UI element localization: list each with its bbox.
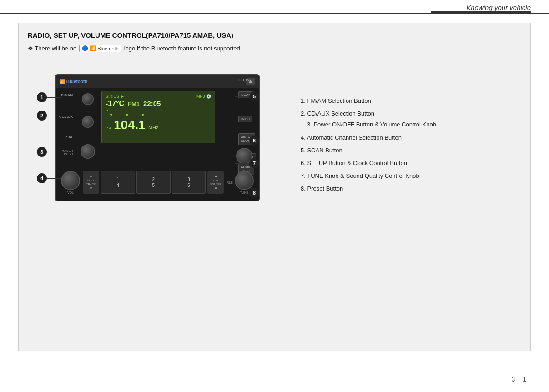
callout-8-line (235, 193, 249, 193)
volume-knob-bottom[interactable] (61, 171, 80, 190)
radio-bottom-row: VOL ▲ SEEK TRACK ▼ (58, 166, 257, 198)
page-numbers: 3 1 (511, 376, 526, 383)
callout-6: 6 (249, 136, 259, 146)
tune-knob-bottom[interactable] (235, 171, 254, 190)
vol-knob-area: VOL (61, 171, 80, 194)
vol-label: VOL (67, 191, 74, 194)
fm-am-knob[interactable] (82, 93, 94, 105)
seek-track-label: SEEK (87, 179, 95, 182)
rle-area: RLE (227, 181, 233, 184)
callout-4-line (47, 178, 61, 179)
tune-label: TUNE (240, 191, 248, 194)
power-row: POWERPUSH (59, 149, 73, 156)
fm-am-label: FM/AM (61, 93, 73, 97)
cd-in-label: CD-IN (238, 78, 250, 82)
callout-8-num: 8 (253, 190, 256, 196)
callout-6-num: 6 (253, 138, 256, 143)
callout-6-line (235, 141, 249, 141)
legend-item-4: 4. Automatic Channel Selection Button (301, 134, 521, 142)
legend-list: 1. FM/AM Selection Button 2. CD/AUX Sele… (292, 60, 521, 251)
callout-5-num: 5 (253, 94, 256, 99)
legend-item-1: 1. FM/AM Selection Button (301, 97, 521, 105)
page-divider (519, 376, 519, 383)
callout-4-num: 4 (40, 176, 43, 181)
cat-label: CAT (213, 179, 219, 182)
page-header: Knowing your vehicle (0, 0, 549, 14)
seek-track-button[interactable]: ▲ SEEK TRACK ▼ (83, 171, 99, 194)
screen-fm: FM1 (128, 101, 140, 107)
bluetooth-note: ❖ There will be no 🔵 📶 Bluetooth logo if… (28, 45, 521, 52)
vol-knob[interactable] (81, 144, 95, 159)
screen-time: 22:05 (143, 100, 161, 107)
info-button[interactable]: INFO (238, 116, 252, 122)
screen-main-info: -17°C FM1 22:05 (106, 100, 211, 108)
callout-3: 3 (37, 147, 47, 157)
legend-item-5: 5. SCAN Button (301, 146, 521, 155)
preset-button-2-5[interactable]: 2 5 (136, 171, 171, 194)
folder-label: FOLDER (210, 183, 221, 186)
screen-p4: P 4 (106, 126, 111, 130)
legend-item-7: 7. TUNE Knob & Sound Quality Control Kno… (301, 172, 521, 180)
preset-2-label: 2 (152, 177, 155, 182)
arrow2: ▼ (125, 113, 129, 117)
section-title: RADIO, SET UP, VOLUME CONTROL(PA710/PA71… (28, 31, 521, 39)
callout-1-num: 1 (40, 95, 43, 100)
preset-button-1-4[interactable]: 1 4 (101, 171, 135, 194)
callout-3-line (47, 152, 61, 152)
callout-3-num: 3 (40, 149, 43, 155)
header-accent (431, 11, 531, 13)
screen-freq-row: P 4 104.1 MHz (106, 119, 211, 131)
callout-7-num: 7 (253, 161, 256, 166)
preset-5-label: 5 (152, 183, 155, 188)
mp3-label: MP3 💿 (196, 94, 211, 99)
screen-mhz: MHz (148, 125, 159, 130)
callout-1-line (47, 97, 61, 98)
seek-up-icon: ▲ (89, 174, 93, 178)
sat-label: SAT (66, 135, 73, 139)
radio-diagram: 📶 Bluetooth CD-IN FM/AM CD/AUX (28, 60, 282, 251)
legend-item-8: 8. Preset Button (301, 185, 521, 193)
bluetooth-badge: 🔵 📶 Bluetooth (79, 45, 121, 52)
main-content-box: RADIO, SET UP, VOLUME CONTROL(PA710/PA71… (18, 23, 531, 351)
left-knobs (81, 92, 95, 159)
cat-down-icon: ▼ (214, 186, 217, 191)
cat-up-icon: ▲ (214, 174, 217, 178)
track-arrows: ▼ (89, 186, 93, 191)
legend-item-2: 2. CD/AUX Selection Button (301, 110, 521, 118)
screen-arrows: ▼ ▼ ▼ (109, 113, 211, 117)
page-header-title: Knowing your vehicle (466, 4, 531, 11)
legend-item-3: 3. Power ON/OFF Button & Volume Control … (301, 121, 521, 129)
bluetooth-note-prefix: ❖ There will be no (28, 45, 76, 52)
screen-temp: -17°C (106, 100, 124, 108)
rle-label: RLE (227, 181, 233, 184)
callout-7-line (235, 163, 249, 164)
arrow1: ▼ (109, 113, 113, 117)
preset-4-label: 4 (117, 183, 120, 188)
cat-folder-button[interactable]: ▲ CAT FOLDER ▼ (207, 171, 224, 194)
radio-unit: 📶 Bluetooth CD-IN FM/AM CD/AUX (55, 74, 260, 201)
sirius-label: SIRIUS ▶ (106, 94, 124, 99)
track-down-icon: ▼ (89, 186, 93, 191)
bluetooth-logo: 📶 Bluetooth (60, 79, 87, 84)
callout-5: 5 (249, 91, 259, 101)
callout-5-line (235, 96, 249, 97)
preset-buttons-group: 1 4 2 5 3 6 (101, 171, 206, 194)
legend-item-6: 6. SETUP Button & Clock Control Button (301, 159, 521, 167)
callout-8: 8 (249, 188, 259, 198)
bluetooth-icon: 🔵 📶 (82, 45, 96, 51)
left-panel: FM/AM CD/AUX SAT POWERPUSH (58, 91, 76, 157)
seek-arrows: ▲ (89, 174, 93, 178)
cd-aux-knob[interactable] (82, 116, 94, 128)
page-right: 1 (523, 376, 526, 383)
page-left: 3 (511, 376, 515, 383)
footer-divider (0, 367, 549, 367)
preset-button-3-6[interactable]: 3 6 (172, 171, 206, 194)
bluetooth-badge-text: Bluetooth (97, 46, 118, 51)
preset-3-label: 3 (187, 177, 190, 182)
screen-top-row: SIRIUS ▶ MP3 💿 (106, 94, 211, 99)
preset-1-label: 1 (117, 177, 120, 182)
arrow3: ▼ (141, 113, 145, 117)
radio-top-bar: 📶 Bluetooth CD-IN (56, 75, 259, 88)
fm-am-row: FM/AM (59, 93, 73, 97)
preset-6-label: 6 (187, 183, 190, 188)
